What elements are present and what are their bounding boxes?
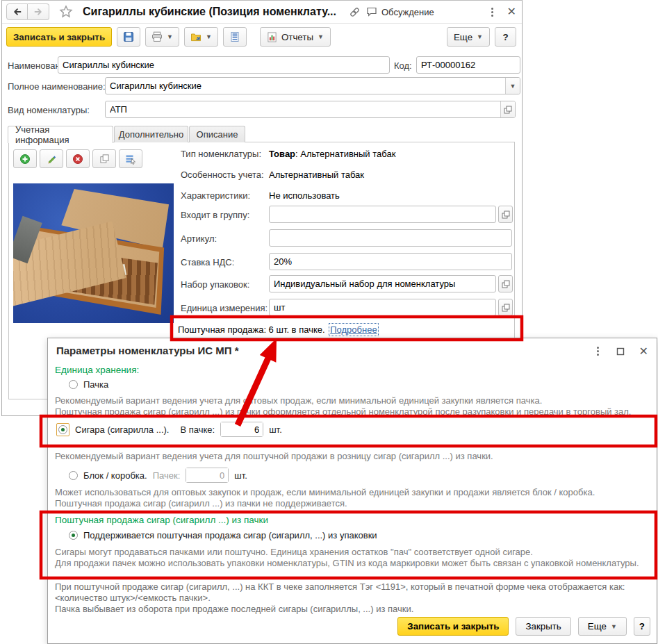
package-set-input[interactable]: [270, 276, 495, 292]
unit-open-button[interactable]: [498, 299, 513, 316]
close-window-icon[interactable]: ✕: [507, 6, 516, 17]
copy-image-button[interactable]: [92, 149, 116, 168]
description-line: Поштучная продажа сигар (сигарилл ...) и…: [55, 406, 631, 418]
dialog-more-button[interactable]: Еще ▼: [578, 617, 627, 636]
piece-sale-radio-label: Поддерживается поштучная продажа сигар (…: [83, 530, 377, 540]
nomenclature-type-value: Товар: Альтернативный табак: [269, 149, 395, 159]
nomenclature-type-bold: Товар: [269, 149, 295, 159]
piece-sale-description: Сигары могут продаваться пачками или пош…: [55, 547, 639, 569]
unit-input[interactable]: [270, 299, 495, 315]
kind-input[interactable]: [106, 101, 500, 117]
dialog-save-close-button[interactable]: Записать и закрыть: [397, 617, 509, 636]
block-description: Может использоваться для оптовых закупок…: [55, 487, 595, 509]
characteristics-label: Характеристики:: [181, 190, 250, 201]
toolbar: Записать и закрыть ▼: [2, 24, 522, 51]
group-input[interactable]: [270, 206, 495, 222]
pick-from-list-button[interactable]: [119, 149, 142, 168]
back-button[interactable]: [6, 3, 28, 20]
piece-sale-row: Поштучная продажа: 6 шт. в пачке. Подроб…: [178, 324, 377, 335]
dialog-close-button[interactable]: Закрыть: [516, 617, 570, 636]
dialog-close-icon[interactable]: ✕: [639, 346, 648, 357]
discussion-button[interactable]: Обсуждение: [366, 6, 434, 17]
vat-label: Ставка НДС:: [181, 257, 234, 267]
block-radio[interactable]: [69, 471, 78, 480]
chevron-down-icon: ▼: [611, 623, 617, 630]
add-image-button[interactable]: [13, 149, 37, 168]
in-pack-input[interactable]: [221, 422, 263, 436]
code-input[interactable]: [417, 57, 520, 73]
save-button[interactable]: [117, 27, 140, 47]
pack-radio-label: Пачка: [83, 379, 108, 390]
more-label: Еще: [454, 32, 472, 42]
pcs-label: шт.: [269, 424, 282, 435]
delete-image-button[interactable]: [66, 149, 90, 168]
print-button[interactable]: ▼: [145, 27, 179, 47]
export-dropdown-caret: ▼: [206, 33, 212, 40]
dialog-help-button[interactable]: ?: [634, 617, 650, 636]
export-button[interactable]: ▼: [184, 27, 218, 47]
tab-accounting-info[interactable]: Учетная информация: [8, 126, 113, 143]
piece-sale-details-link[interactable]: Подробнее: [330, 324, 377, 335]
cigar-radio[interactable]: [58, 425, 67, 434]
delete-icon: [72, 154, 83, 165]
packs-field[interactable]: [186, 468, 229, 483]
nomenclature-type-label: Тип номенклатуры:: [181, 149, 261, 159]
tab-label: Описание: [197, 129, 238, 140]
name-input[interactable]: [58, 57, 389, 73]
kind-field[interactable]: [105, 101, 516, 118]
forward-button[interactable]: [28, 3, 49, 20]
folder-export-icon: [190, 31, 201, 42]
more-dropdown-caret: ▼: [477, 33, 483, 40]
package-set-open-button[interactable]: [498, 275, 513, 292]
package-set-field[interactable]: [269, 275, 496, 292]
product-photo[interactable]: [13, 183, 174, 323]
title-bar: Сигариллы кубинские (Позиция номенклату.…: [2, 1, 522, 24]
piece-sale-radio[interactable]: [69, 531, 78, 540]
unit-field[interactable]: [269, 299, 496, 316]
tab-description[interactable]: Описание: [189, 126, 245, 142]
help-button[interactable]: ?: [495, 27, 516, 47]
tab-additional[interactable]: Дополнительно: [114, 126, 188, 142]
window-title: Сигариллы кубинские (Позиция номенклату.…: [83, 6, 336, 18]
group-open-button[interactable]: [498, 206, 513, 223]
radio-focus-ring: [56, 423, 69, 436]
dialog-menu-icon[interactable]: [594, 345, 602, 357]
related-documents-button[interactable]: [223, 27, 247, 47]
floppy-disk-icon: [123, 31, 134, 42]
edit-image-button[interactable]: [40, 149, 63, 168]
name-field[interactable]: [58, 56, 390, 74]
packs-input[interactable]: [186, 468, 228, 482]
article-input[interactable]: [270, 230, 511, 246]
code-field[interactable]: [416, 56, 520, 74]
reports-button[interactable]: Отчеты ▼: [260, 27, 331, 47]
pencil-icon: [46, 154, 57, 165]
tab-label: Дополнительно: [119, 129, 184, 140]
print-dropdown-caret: ▼: [167, 33, 173, 40]
more-button[interactable]: Еще ▼: [447, 27, 490, 47]
full-name-field[interactable]: ▼: [105, 77, 520, 94]
speech-bubble-icon: [366, 6, 377, 17]
full-name-input[interactable]: [106, 78, 505, 94]
in-pack-field[interactable]: [220, 422, 263, 437]
maximize-icon[interactable]: [616, 347, 625, 356]
favorite-star-icon[interactable]: [59, 5, 73, 19]
accounting-feature-value: Альтернативный табак: [269, 170, 364, 180]
article-field[interactable]: [269, 229, 512, 247]
piece-sale-header: Поштучная продажа сигар (сигарилл ...) и…: [55, 515, 268, 525]
nomenclature-parameters-dialog: Параметры номенклатуры ИС МП * ✕ Единица…: [47, 338, 657, 644]
description-line: Рекомендуемый вариант ведения учета для …: [55, 395, 631, 406]
chevron-down-icon: ▼: [510, 83, 516, 90]
group-field[interactable]: [269, 206, 496, 223]
window-menu-icon[interactable]: [488, 6, 496, 18]
save-and-close-button[interactable]: Записать и закрыть: [6, 27, 112, 47]
article-label: Артикул:: [181, 233, 217, 244]
pack-description: Рекомендуемый вариант ведения учета для …: [55, 395, 631, 418]
code-label: Код:: [394, 60, 412, 71]
copy-link-icon[interactable]: [349, 6, 361, 18]
vat-field[interactable]: [269, 253, 512, 270]
pack-radio[interactable]: [69, 380, 78, 389]
kind-open-button[interactable]: [500, 101, 515, 117]
vat-input[interactable]: [270, 254, 511, 270]
copy-icon: [99, 154, 110, 164]
full-name-dropdown-button[interactable]: ▼: [505, 78, 520, 94]
